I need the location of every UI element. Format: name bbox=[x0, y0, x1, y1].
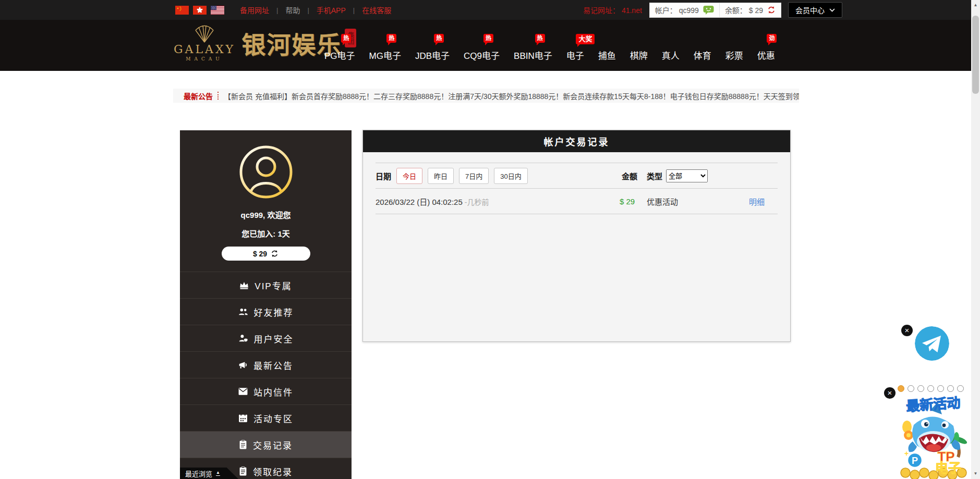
nav-item-label: JDB电子 bbox=[415, 51, 450, 61]
pagination-dot[interactable] bbox=[927, 385, 934, 392]
scrollbar: ▲ ▼ bbox=[971, 0, 980, 479]
nav-item-chess[interactable]: 棋牌 bbox=[630, 48, 648, 62]
separator: | bbox=[307, 6, 309, 14]
topbar-links: 备用网址 | 帮助 | 手机APP | 在线客服 bbox=[240, 5, 391, 15]
svg-text:+: + bbox=[904, 449, 909, 458]
joined-days-text: 您已加入: 1天 bbox=[180, 228, 352, 239]
logo-macau-text: MACAU bbox=[186, 57, 223, 62]
flag-china-icon[interactable] bbox=[175, 6, 189, 15]
scrollbar-thumb[interactable] bbox=[972, 16, 979, 94]
account-box: 帐户： qc999 bbox=[649, 3, 720, 18]
nav-item-label: 电子 bbox=[566, 51, 584, 61]
nav-item-label: 真人 bbox=[662, 51, 680, 61]
pagination-dot[interactable] bbox=[937, 385, 944, 392]
row-divider bbox=[376, 214, 778, 214]
filter-yesterday-button[interactable]: 昨日 bbox=[428, 168, 454, 184]
page: 备用网址 | 帮助 | 手机APP | 在线客服 易记网址： 41.net 帐户… bbox=[0, 0, 980, 479]
logo-english: GALAXY MACAU bbox=[174, 24, 235, 62]
welcome-text: qc999, 欢迎您 bbox=[180, 209, 352, 220]
memorable-url: 易记网址： 41.net bbox=[583, 5, 642, 15]
nav-item-cq9[interactable]: CQ9电子热 bbox=[464, 48, 500, 62]
scroll-down-arrow[interactable]: ▼ bbox=[971, 470, 980, 478]
pagination-dot[interactable] bbox=[908, 385, 914, 392]
nav-item-label: PG电子 bbox=[324, 51, 355, 61]
detail-link[interactable]: 明细 bbox=[749, 196, 765, 207]
type-select[interactable]: 全部 bbox=[666, 169, 708, 182]
nav-item-dianzi[interactable]: 电子大奖 bbox=[566, 48, 584, 62]
pagination-dot[interactable] bbox=[898, 385, 904, 392]
backup-url-link[interactable]: 备用网址 bbox=[240, 5, 269, 15]
sidebar-item-transactions[interactable]: 交易记录 bbox=[180, 432, 352, 458]
sidebar-item-vip[interactable]: VIP专属 bbox=[180, 272, 352, 299]
nav-item-live[interactable]: 真人 bbox=[662, 48, 680, 62]
nav-item-label: 彩票 bbox=[725, 51, 743, 61]
filter-row: 日期 今日 昨日 7日内 30日内 金额 类型 全部 bbox=[376, 163, 778, 188]
promo-banner[interactable]: P + TP 电子 最新活动 bbox=[898, 395, 969, 479]
flag-usa-icon[interactable] bbox=[211, 6, 224, 15]
nav-item-promo[interactable]: 优惠劲 bbox=[757, 48, 775, 62]
nav-item-bbin[interactable]: BBIN电子热 bbox=[514, 48, 552, 62]
filter-today-button[interactable]: 今日 bbox=[396, 168, 422, 184]
sidebar-item-label: 活动专区 bbox=[253, 412, 293, 425]
topbar-left: 备用网址 | 帮助 | 手机APP | 在线客服 bbox=[175, 0, 391, 20]
users-icon bbox=[238, 307, 248, 316]
sidebar-menu: VIP专属 好友推荐 用户安全 最新公告 站内信件 活动专区 bbox=[180, 272, 352, 479]
telegram-close-button[interactable]: × bbox=[901, 325, 913, 336]
account-sidebar: qc999, 欢迎您 您已加入: 1天 $ 29 VIP专属 好友推荐 用户安全… bbox=[180, 130, 352, 479]
promo-close-button[interactable]: × bbox=[884, 387, 896, 399]
nav-item-sports[interactable]: 体育 bbox=[694, 48, 711, 62]
pagination-dot[interactable] bbox=[957, 385, 964, 392]
bullhorn-icon bbox=[238, 360, 248, 370]
sidebar-item-label: 好友推荐 bbox=[254, 305, 294, 318]
online-service-link[interactable]: 在线客服 bbox=[362, 5, 391, 15]
nav-item-label: 体育 bbox=[694, 51, 711, 61]
nav-item-fishing[interactable]: 捕鱼 bbox=[598, 48, 616, 62]
chevron-down-icon bbox=[829, 8, 835, 12]
hot-badge: 热 bbox=[483, 34, 493, 43]
topbar-right: 易记网址： 41.net 帐户： qc999 余额： $ 29 会员中心 bbox=[583, 0, 842, 20]
sidebar-item-label: 最新公告 bbox=[253, 359, 293, 372]
envelope-icon bbox=[238, 387, 248, 396]
chat-icon[interactable] bbox=[703, 5, 714, 15]
member-center-button[interactable]: 会员中心 bbox=[788, 2, 842, 18]
help-link[interactable]: 帮助 bbox=[285, 5, 300, 15]
separator: | bbox=[276, 6, 278, 14]
balance-box: 余额： $ 29 bbox=[720, 3, 781, 18]
nav-item-jdb[interactable]: JDB电子热 bbox=[415, 48, 450, 62]
filter-7days-button[interactable]: 7日内 bbox=[459, 168, 489, 184]
pagination-dot[interactable] bbox=[947, 385, 954, 392]
member-center-label: 会员中心 bbox=[795, 5, 825, 15]
nav-item-mg[interactable]: MG电子热 bbox=[369, 48, 401, 62]
panel-title: 帐户交易记录 bbox=[363, 130, 790, 152]
nav-item-lottery[interactable]: 彩票 bbox=[725, 48, 743, 62]
amount-column-label: 金额 bbox=[622, 170, 637, 181]
galaxy-fan-icon bbox=[190, 24, 219, 43]
sidebar-item-label: 领取纪录 bbox=[253, 465, 293, 478]
sidebar-item-security[interactable]: 用户安全 bbox=[180, 325, 352, 352]
balance-pill[interactable]: $ 29 bbox=[222, 247, 310, 261]
mobile-app-link[interactable]: 手机APP bbox=[317, 5, 346, 15]
sidebar-item-events[interactable]: 活动专区 bbox=[180, 405, 352, 432]
announcement-divider bbox=[217, 92, 219, 100]
scroll-up-arrow[interactable]: ▲ bbox=[971, 1, 980, 9]
hot-badge: 热 bbox=[386, 34, 396, 43]
sidebar-item-referral[interactable]: 好友推荐 bbox=[180, 299, 352, 325]
promo-brand-dianzi: 电子 bbox=[935, 461, 961, 475]
transaction-ago: -几秒前 bbox=[465, 198, 489, 206]
refresh-icon[interactable] bbox=[767, 6, 776, 14]
pagination-dot[interactable] bbox=[917, 385, 924, 392]
sidebar-balance: $ 29 bbox=[253, 250, 267, 258]
sidebar-item-messages[interactable]: 站内信件 bbox=[180, 378, 352, 405]
clipboard-icon bbox=[239, 466, 247, 476]
filter-30days-button[interactable]: 30日内 bbox=[494, 168, 527, 184]
transaction-amount: $ 29 bbox=[620, 197, 635, 206]
type-column-label: 类型 bbox=[647, 170, 662, 181]
flag-hongkong-icon[interactable] bbox=[193, 6, 207, 15]
user-shield-icon bbox=[238, 334, 248, 343]
top-utility-bar: 备用网址 | 帮助 | 手机APP | 在线客服 易记网址： 41.net 帐户… bbox=[0, 0, 971, 20]
sidebar-item-announcements[interactable]: 最新公告 bbox=[180, 352, 352, 378]
refresh-icon[interactable] bbox=[271, 250, 279, 257]
nav-item-pg[interactable]: PG电子热 bbox=[324, 48, 355, 62]
transaction-panel: 帐户交易记录 日期 今日 昨日 7日内 30日内 金额 类型 全部 2026/0… bbox=[362, 130, 791, 342]
telegram-icon[interactable] bbox=[915, 326, 949, 361]
